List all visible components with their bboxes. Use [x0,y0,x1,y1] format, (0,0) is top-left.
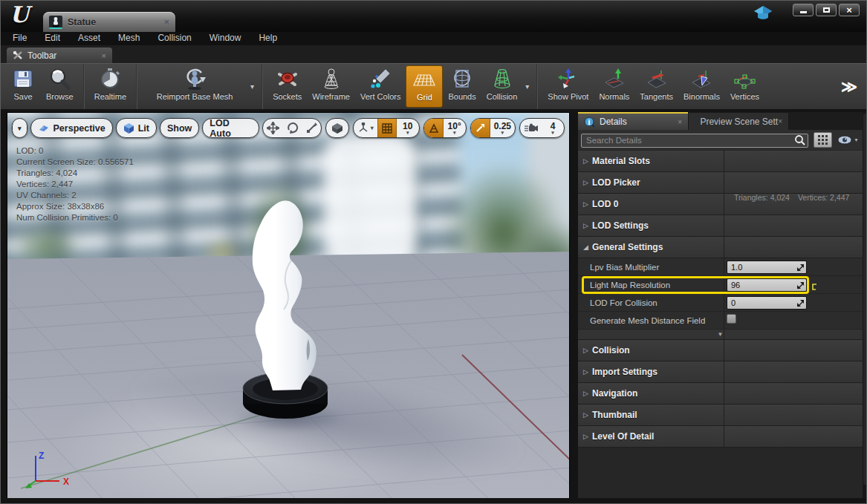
toolbar-tab-close-icon[interactable]: × [102,51,106,60]
normals-icon [602,67,627,91]
row-lpv-bias-multiplier: Lpv Bias Multiplier 1.0 [578,258,863,276]
tab-details[interactable]: i Details × [578,112,688,130]
asset-tab-close-icon[interactable]: × [163,17,169,27]
grid-button[interactable]: Grid [406,65,443,108]
category-lod-settings[interactable]: ▷LOD Settings [578,215,863,237]
browse-button[interactable]: Browse [41,64,79,109]
tab-details-close-icon[interactable]: × [678,118,682,126]
stat-collision-primitives: Num Collision Primitives: 0 [16,212,134,223]
toolbar-overflow-icon[interactable]: ≫ [832,78,866,96]
coordinate-system-button[interactable] [325,118,349,138]
sockets-button[interactable]: Sockets [267,64,307,109]
normals-button[interactable]: Normals [594,64,634,109]
category-general-settings[interactable]: ◢General Settings [578,237,863,258]
reimport-base-mesh-button[interactable]: Reimport Base Mesh [142,64,247,109]
statue-mesh[interactable] [210,191,358,428]
details-column-splitter[interactable] [724,151,724,449]
viewport[interactable]: LOD: 0 Current Screen Size: 0.556571 Tri… [7,112,570,500]
save-button[interactable]: Save [5,64,41,109]
spinbox-icon[interactable] [797,299,804,309]
category-collision[interactable]: ▷Collision [578,340,863,361]
grid-snap-value[interactable]: 10▾ [397,119,419,137]
tab-preview-scene-settings[interactable]: i Preview Scene Sett × [688,112,789,130]
search-details-input[interactable] [581,134,808,148]
rotation-snap-group: 10°▾ [423,118,467,138]
category-level-of-detail[interactable]: ▷Level Of Detail [578,426,863,448]
scale-tool-icon[interactable] [302,119,321,137]
stat-lod: LOD: 0 [16,145,134,157]
menu-file[interactable]: File [13,33,36,45]
reset-to-default-icon[interactable] [811,281,818,294]
rotation-snap-value[interactable]: 10°▾ [444,119,466,137]
lod-for-collision-field[interactable]: 0 [727,296,807,310]
tab-preview-close-icon[interactable]: × [778,117,782,125]
viewport-options-button[interactable]: ▾ [12,118,27,138]
category-material-slots[interactable]: ▷Material Slots [578,151,863,172]
stat-vertices: Vertices: 2,447 [16,179,134,190]
show-button[interactable]: Show [160,118,199,138]
scale-snap-value[interactable]: 0.25▾ [490,119,515,137]
stat-screen-size: Current Screen Size: 0.556571 [16,157,134,168]
category-lod-picker[interactable]: ▷LOD Picker [578,172,863,194]
tangents-button[interactable]: Tangents [634,64,678,109]
light-map-resolution-field[interactable]: 96 [727,278,807,292]
maximize-button[interactable] [816,4,837,16]
menu-edit[interactable]: Edit [36,33,69,45]
realtime-button[interactable]: Realtime [89,64,131,109]
bounds-button[interactable]: Bounds [443,64,481,109]
expander-icon: ▷ [583,179,592,186]
camera-speed-value[interactable]: 4▾ [542,119,564,137]
vertices-button[interactable]: Vertices [725,64,764,109]
translate-tool-icon[interactable] [263,119,283,137]
display-filter-button[interactable]: ▾ [836,132,860,148]
title-bar: U Statue × × [1,1,866,32]
camera-speed-group: 4▾ [519,118,565,138]
show-pivot-button[interactable]: Show Pivot [542,64,594,109]
search-icon [794,134,805,148]
lod-auto-button[interactable]: LOD Auto [202,118,259,138]
close-button[interactable]: × [839,4,860,16]
generate-mesh-distance-field-checkbox[interactable] [727,314,736,324]
category-navigation[interactable]: ▷Navigation [578,383,863,405]
menu-help[interactable]: Help [250,33,286,45]
category-import-settings[interactable]: ▷Import Settings [578,361,863,383]
preview-info-icon: i [695,116,695,127]
vert-colors-icon [368,67,393,91]
expander-icon: ▷ [583,411,592,419]
spinbox-icon[interactable] [797,264,804,273]
minimize-button[interactable] [793,4,814,16]
details-scrollbar[interactable] [863,112,867,500]
toolbar-tab[interactable]: Toolbar × [7,48,112,63]
bounds-icon [449,67,475,91]
collision-dropdown-icon[interactable]: ▾ [522,82,532,91]
reimport-dropdown-icon[interactable]: ▾ [247,82,257,91]
surface-snap-icon[interactable]: ▾ [354,119,377,137]
collision-button[interactable]: Collision [481,64,523,109]
binormals-button[interactable]: Binormals [678,64,725,109]
grid-snap-toggle[interactable] [377,119,397,137]
spinbox-icon[interactable] [797,281,804,291]
stat-triangles: Triangles: 4,024 [16,168,134,179]
row-generate-mesh-distance-field: Generate Mesh Distance Field [578,312,863,330]
menu-collision[interactable]: Collision [149,33,200,45]
unreal-logo-icon: U [10,1,29,27]
scale-snap-toggle[interactable] [471,119,490,137]
asset-tab-label: Statue [68,17,96,27]
perspective-button[interactable]: Perspective [30,118,113,138]
asset-tab-statue[interactable]: Statue × [43,12,175,32]
rotation-snap-toggle[interactable] [424,119,444,137]
rotate-tool-icon[interactable] [283,119,302,137]
property-matrix-button[interactable] [814,132,832,148]
advanced-expander[interactable]: ▼ [578,330,863,340]
lit-button[interactable]: Lit [116,118,157,138]
tutorial-cap-icon[interactable] [753,4,773,25]
camera-speed-icon[interactable] [520,119,542,137]
menu-window[interactable]: Window [201,33,250,45]
vert-colors-button[interactable]: Vert Colors [355,64,406,109]
lpv-bias-multiplier-field[interactable]: 1.0 [727,261,807,274]
wireframe-button[interactable]: Wireframe [307,64,355,109]
menu-asset[interactable]: Asset [69,33,109,45]
wrench-icon [13,50,23,60]
category-thumbnail[interactable]: ▷Thumbnail [578,405,863,426]
menu-mesh[interactable]: Mesh [109,33,149,45]
